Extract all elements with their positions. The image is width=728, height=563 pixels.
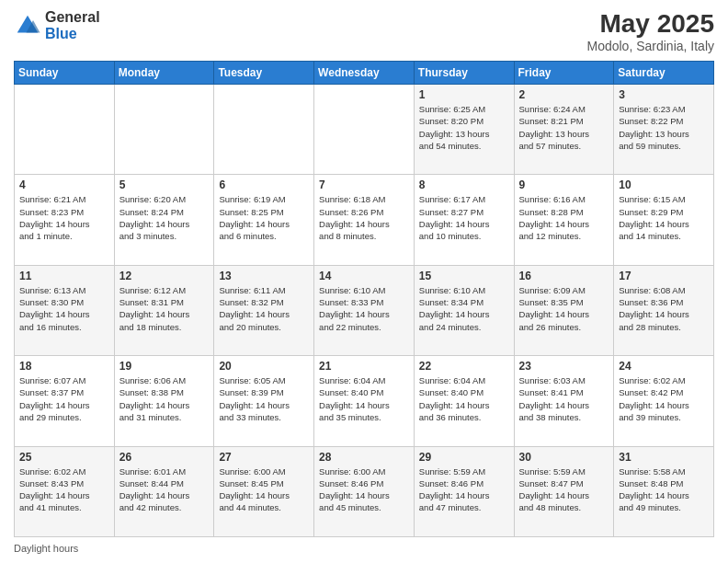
day-number: 11: [19, 270, 109, 282]
day-number: 16: [519, 270, 609, 282]
calendar-cell: 8Sunrise: 6:17 AM Sunset: 8:27 PM Daylig…: [414, 175, 514, 265]
logo: General Blue: [14, 9, 100, 41]
calendar-cell: 3Sunrise: 6:23 AM Sunset: 8:22 PM Daylig…: [614, 85, 714, 175]
calendar-cell: 27Sunrise: 6:00 AM Sunset: 8:45 PM Dayli…: [214, 446, 314, 536]
subtitle: Modolo, Sardinia, Italy: [586, 39, 714, 53]
calendar-cell: 22Sunrise: 6:04 AM Sunset: 8:40 PM Dayli…: [414, 356, 514, 446]
calendar-cell: 14Sunrise: 6:10 AM Sunset: 8:33 PM Dayli…: [314, 265, 415, 355]
calendar-cell: 19Sunrise: 6:06 AM Sunset: 8:38 PM Dayli…: [114, 356, 214, 446]
day-info: Sunrise: 6:07 AM Sunset: 8:37 PM Dayligh…: [19, 374, 109, 423]
calendar-cell: 25Sunrise: 6:02 AM Sunset: 8:43 PM Dayli…: [15, 446, 115, 536]
day-info: Sunrise: 6:24 AM Sunset: 8:21 PM Dayligh…: [519, 103, 609, 152]
calendar-cell: 15Sunrise: 6:10 AM Sunset: 8:34 PM Dayli…: [414, 265, 514, 355]
day-info: Sunrise: 6:25 AM Sunset: 8:20 PM Dayligh…: [419, 103, 509, 152]
day-info: Sunrise: 6:15 AM Sunset: 8:29 PM Dayligh…: [619, 193, 709, 242]
logo-general-text: General: [45, 9, 100, 26]
day-info: Sunrise: 6:03 AM Sunset: 8:41 PM Dayligh…: [519, 374, 609, 423]
calendar-cell: 18Sunrise: 6:07 AM Sunset: 8:37 PM Dayli…: [15, 356, 115, 446]
calendar-cell: 30Sunrise: 5:59 AM Sunset: 8:47 PM Dayli…: [514, 446, 614, 536]
day-info: Sunrise: 6:20 AM Sunset: 8:24 PM Dayligh…: [119, 193, 210, 242]
day-info: Sunrise: 6:00 AM Sunset: 8:46 PM Dayligh…: [319, 465, 409, 514]
day-info: Sunrise: 6:10 AM Sunset: 8:33 PM Dayligh…: [319, 284, 409, 333]
day-number: 24: [619, 360, 709, 373]
col-thursday: Thursday: [414, 62, 514, 85]
day-number: 27: [219, 451, 309, 464]
day-number: 5: [119, 178, 210, 191]
page: General Blue May 2025 Modolo, Sardinia, …: [0, 0, 728, 563]
day-number: 18: [19, 360, 109, 373]
header: General Blue May 2025 Modolo, Sardinia, …: [14, 9, 714, 53]
calendar-week-5: 25Sunrise: 6:02 AM Sunset: 8:43 PM Dayli…: [15, 446, 714, 536]
day-info: Sunrise: 6:17 AM Sunset: 8:27 PM Dayligh…: [419, 193, 509, 242]
day-number: 28: [319, 451, 409, 464]
day-number: 4: [19, 178, 109, 191]
day-info: Sunrise: 6:06 AM Sunset: 8:38 PM Dayligh…: [119, 374, 210, 423]
calendar-cell: 11Sunrise: 6:13 AM Sunset: 8:30 PM Dayli…: [15, 265, 115, 355]
day-number: 21: [319, 360, 409, 373]
day-number: 20: [219, 360, 309, 373]
day-info: Sunrise: 6:10 AM Sunset: 8:34 PM Dayligh…: [419, 284, 509, 333]
day-number: 1: [419, 88, 509, 101]
day-number: 19: [119, 360, 210, 373]
calendar-cell: 9Sunrise: 6:16 AM Sunset: 8:28 PM Daylig…: [514, 175, 614, 265]
main-title: May 2025: [586, 9, 714, 39]
day-info: Sunrise: 6:00 AM Sunset: 8:45 PM Dayligh…: [219, 465, 309, 514]
daylight-label: Daylight hours: [14, 543, 78, 554]
col-saturday: Saturday: [614, 62, 714, 85]
col-sunday: Sunday: [15, 62, 115, 85]
calendar-cell: [314, 85, 415, 175]
calendar-cell: 29Sunrise: 5:59 AM Sunset: 8:46 PM Dayli…: [414, 446, 514, 536]
calendar-cell: 10Sunrise: 6:15 AM Sunset: 8:29 PM Dayli…: [614, 175, 714, 265]
calendar-cell: 23Sunrise: 6:03 AM Sunset: 8:41 PM Dayli…: [514, 356, 614, 446]
calendar-cell: 1Sunrise: 6:25 AM Sunset: 8:20 PM Daylig…: [414, 85, 514, 175]
day-number: 6: [219, 178, 309, 191]
day-info: Sunrise: 6:09 AM Sunset: 8:35 PM Dayligh…: [519, 284, 609, 333]
day-info: Sunrise: 5:58 AM Sunset: 8:48 PM Dayligh…: [619, 465, 709, 514]
col-tuesday: Tuesday: [214, 62, 314, 85]
day-info: Sunrise: 6:04 AM Sunset: 8:40 PM Dayligh…: [419, 374, 509, 423]
calendar-cell: 21Sunrise: 6:04 AM Sunset: 8:40 PM Dayli…: [314, 356, 415, 446]
day-number: 10: [619, 178, 709, 191]
day-number: 13: [219, 270, 309, 282]
day-number: 17: [619, 270, 709, 282]
col-wednesday: Wednesday: [314, 62, 415, 85]
day-number: 29: [419, 451, 509, 464]
calendar-cell: 31Sunrise: 5:58 AM Sunset: 8:48 PM Dayli…: [614, 446, 714, 536]
day-number: 9: [519, 178, 609, 191]
day-info: Sunrise: 5:59 AM Sunset: 8:46 PM Dayligh…: [419, 465, 509, 514]
day-info: Sunrise: 6:12 AM Sunset: 8:31 PM Dayligh…: [119, 284, 210, 333]
day-number: 7: [319, 178, 409, 191]
day-number: 22: [419, 360, 509, 373]
calendar-week-2: 4Sunrise: 6:21 AM Sunset: 8:23 PM Daylig…: [15, 175, 714, 265]
day-number: 31: [619, 451, 709, 464]
day-info: Sunrise: 6:18 AM Sunset: 8:26 PM Dayligh…: [319, 193, 409, 242]
calendar-header-row: Sunday Monday Tuesday Wednesday Thursday…: [15, 62, 714, 85]
day-info: Sunrise: 6:02 AM Sunset: 8:43 PM Dayligh…: [19, 465, 109, 514]
logo-blue-text: Blue: [45, 26, 100, 42]
day-number: 3: [619, 88, 709, 101]
day-number: 15: [419, 270, 509, 282]
day-info: Sunrise: 6:11 AM Sunset: 8:32 PM Dayligh…: [219, 284, 309, 333]
calendar-cell: 16Sunrise: 6:09 AM Sunset: 8:35 PM Dayli…: [514, 265, 614, 355]
day-info: Sunrise: 6:16 AM Sunset: 8:28 PM Dayligh…: [519, 193, 609, 242]
day-number: 14: [319, 270, 409, 282]
day-info: Sunrise: 6:23 AM Sunset: 8:22 PM Dayligh…: [619, 103, 709, 152]
day-info: Sunrise: 6:01 AM Sunset: 8:44 PM Dayligh…: [119, 465, 210, 514]
calendar-cell: [214, 85, 314, 175]
calendar-week-3: 11Sunrise: 6:13 AM Sunset: 8:30 PM Dayli…: [15, 265, 714, 355]
col-monday: Monday: [114, 62, 214, 85]
day-number: 26: [119, 451, 210, 464]
day-info: Sunrise: 6:19 AM Sunset: 8:25 PM Dayligh…: [219, 193, 309, 242]
calendar-cell: 20Sunrise: 6:05 AM Sunset: 8:39 PM Dayli…: [214, 356, 314, 446]
day-info: Sunrise: 6:08 AM Sunset: 8:36 PM Dayligh…: [619, 284, 709, 333]
day-info: Sunrise: 5:59 AM Sunset: 8:47 PM Dayligh…: [519, 465, 609, 514]
calendar-cell: 5Sunrise: 6:20 AM Sunset: 8:24 PM Daylig…: [114, 175, 214, 265]
day-info: Sunrise: 6:05 AM Sunset: 8:39 PM Dayligh…: [219, 374, 309, 423]
day-number: 8: [419, 178, 509, 191]
calendar-cell: 17Sunrise: 6:08 AM Sunset: 8:36 PM Dayli…: [614, 265, 714, 355]
calendar-week-4: 18Sunrise: 6:07 AM Sunset: 8:37 PM Dayli…: [15, 356, 714, 446]
logo-icon: [14, 12, 41, 40]
calendar-cell: 13Sunrise: 6:11 AM Sunset: 8:32 PM Dayli…: [214, 265, 314, 355]
calendar-cell: 2Sunrise: 6:24 AM Sunset: 8:21 PM Daylig…: [514, 85, 614, 175]
day-info: Sunrise: 6:13 AM Sunset: 8:30 PM Dayligh…: [19, 284, 109, 333]
